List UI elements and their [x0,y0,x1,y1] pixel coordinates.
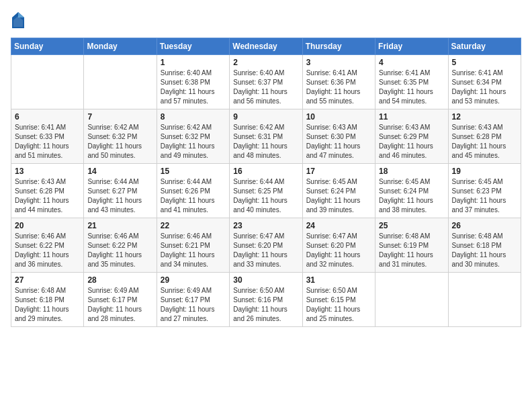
day-info: Sunrise: 6:42 AM Sunset: 6:31 PM Dayligh… [233,123,298,161]
day-number: 8 [161,112,226,122]
day-number: 4 [379,58,444,67]
day-info: Sunrise: 6:44 AM Sunset: 6:27 PM Dayligh… [87,177,152,215]
day-info: Sunrise: 6:46 AM Sunset: 6:21 PM Dayligh… [161,232,226,269]
weekday-header: Wednesday [230,38,302,55]
day-info: Sunrise: 6:42 AM Sunset: 6:32 PM Dayligh… [87,123,152,161]
day-info: Sunrise: 6:48 AM Sunset: 6:19 PM Dayligh… [379,232,444,269]
calendar-week-row: 20Sunrise: 6:46 AM Sunset: 6:22 PM Dayli… [11,218,521,273]
calendar-cell [11,55,84,109]
calendar-cell: 21Sunrise: 6:46 AM Sunset: 6:22 PM Dayli… [84,218,157,273]
calendar-week-row: 27Sunrise: 6:48 AM Sunset: 6:18 PM Dayli… [11,273,521,327]
day-number: 10 [306,112,371,122]
weekday-header: Thursday [302,38,375,55]
day-number: 6 [15,112,80,122]
calendar-cell: 18Sunrise: 6:45 AM Sunset: 6:24 PM Dayli… [375,164,448,218]
day-number: 20 [15,221,80,230]
day-info: Sunrise: 6:43 AM Sunset: 6:28 PM Dayligh… [15,177,80,215]
page-header [11,11,521,30]
calendar-cell: 9Sunrise: 6:42 AM Sunset: 6:31 PM Daylig… [230,109,302,164]
calendar-cell: 22Sunrise: 6:46 AM Sunset: 6:21 PM Dayli… [157,218,229,273]
day-info: Sunrise: 6:43 AM Sunset: 6:30 PM Dayligh… [306,123,371,161]
weekday-header: Tuesday [157,38,229,55]
day-info: Sunrise: 6:44 AM Sunset: 6:26 PM Dayligh… [161,177,226,215]
day-number: 21 [87,221,152,230]
day-number: 25 [379,221,444,230]
day-number: 12 [452,112,517,122]
day-number: 26 [452,221,517,230]
day-info: Sunrise: 6:45 AM Sunset: 6:23 PM Dayligh… [452,177,517,215]
calendar-cell: 3Sunrise: 6:41 AM Sunset: 6:36 PM Daylig… [302,55,375,109]
calendar-cell: 12Sunrise: 6:43 AM Sunset: 6:28 PM Dayli… [448,109,521,164]
day-info: Sunrise: 6:40 AM Sunset: 6:37 PM Dayligh… [233,68,298,106]
day-info: Sunrise: 6:49 AM Sunset: 6:17 PM Dayligh… [87,286,152,324]
day-info: Sunrise: 6:49 AM Sunset: 6:17 PM Dayligh… [161,286,226,324]
weekday-header: Sunday [11,38,84,55]
calendar-cell: 27Sunrise: 6:48 AM Sunset: 6:18 PM Dayli… [11,273,84,327]
weekday-header: Monday [84,38,157,55]
day-number: 9 [233,112,298,122]
calendar-week-row: 13Sunrise: 6:43 AM Sunset: 6:28 PM Dayli… [11,164,521,218]
day-info: Sunrise: 6:45 AM Sunset: 6:24 PM Dayligh… [306,177,371,215]
calendar-week-row: 6Sunrise: 6:41 AM Sunset: 6:33 PM Daylig… [11,109,521,164]
day-info: Sunrise: 6:43 AM Sunset: 6:29 PM Dayligh… [379,123,444,161]
calendar-cell: 11Sunrise: 6:43 AM Sunset: 6:29 PM Dayli… [375,109,448,164]
calendar-cell: 13Sunrise: 6:43 AM Sunset: 6:28 PM Dayli… [11,164,84,218]
calendar-cell: 15Sunrise: 6:44 AM Sunset: 6:26 PM Dayli… [157,164,229,218]
calendar-cell: 28Sunrise: 6:49 AM Sunset: 6:17 PM Dayli… [84,273,157,327]
weekday-header: Saturday [448,38,521,55]
calendar-cell: 10Sunrise: 6:43 AM Sunset: 6:30 PM Dayli… [302,109,375,164]
weekday-row: SundayMondayTuesdayWednesdayThursdayFrid… [11,38,521,55]
calendar-cell: 4Sunrise: 6:41 AM Sunset: 6:35 PM Daylig… [375,55,448,109]
day-number: 28 [87,275,152,285]
day-info: Sunrise: 6:41 AM Sunset: 6:34 PM Dayligh… [452,68,517,106]
calendar-cell: 24Sunrise: 6:47 AM Sunset: 6:20 PM Dayli… [302,218,375,273]
day-info: Sunrise: 6:41 AM Sunset: 6:33 PM Dayligh… [15,123,80,161]
day-info: Sunrise: 6:42 AM Sunset: 6:32 PM Dayligh… [161,123,226,161]
day-info: Sunrise: 6:40 AM Sunset: 6:38 PM Dayligh… [161,68,226,106]
calendar-table: SundayMondayTuesdayWednesdayThursdayFrid… [11,38,521,327]
day-number: 7 [87,112,152,122]
day-number: 30 [233,275,298,285]
day-number: 24 [306,221,371,230]
day-info: Sunrise: 6:50 AM Sunset: 6:16 PM Dayligh… [233,286,298,324]
calendar-cell: 29Sunrise: 6:49 AM Sunset: 6:17 PM Dayli… [157,273,229,327]
day-info: Sunrise: 6:45 AM Sunset: 6:24 PM Dayligh… [379,177,444,215]
calendar-cell: 20Sunrise: 6:46 AM Sunset: 6:22 PM Dayli… [11,218,84,273]
calendar-cell: 30Sunrise: 6:50 AM Sunset: 6:16 PM Dayli… [230,273,302,327]
calendar-cell: 2Sunrise: 6:40 AM Sunset: 6:37 PM Daylig… [230,55,302,109]
calendar-cell: 23Sunrise: 6:47 AM Sunset: 6:20 PM Dayli… [230,218,302,273]
day-number: 27 [15,275,80,285]
calendar-week-row: 1Sunrise: 6:40 AM Sunset: 6:38 PM Daylig… [11,55,521,109]
calendar-cell: 31Sunrise: 6:50 AM Sunset: 6:15 PM Dayli… [302,273,375,327]
day-number: 5 [452,58,517,67]
day-info: Sunrise: 6:47 AM Sunset: 6:20 PM Dayligh… [306,232,371,269]
calendar-cell: 19Sunrise: 6:45 AM Sunset: 6:23 PM Dayli… [448,164,521,218]
calendar-cell [375,273,448,327]
calendar-cell: 8Sunrise: 6:42 AM Sunset: 6:32 PM Daylig… [157,109,229,164]
calendar-cell: 16Sunrise: 6:44 AM Sunset: 6:25 PM Dayli… [230,164,302,218]
calendar-cell: 7Sunrise: 6:42 AM Sunset: 6:32 PM Daylig… [84,109,157,164]
day-info: Sunrise: 6:48 AM Sunset: 6:18 PM Dayligh… [15,286,80,324]
day-info: Sunrise: 6:46 AM Sunset: 6:22 PM Dayligh… [15,232,80,269]
calendar-body: 1Sunrise: 6:40 AM Sunset: 6:38 PM Daylig… [11,55,521,327]
calendar-cell: 25Sunrise: 6:48 AM Sunset: 6:19 PM Dayli… [375,218,448,273]
day-number: 31 [306,275,371,285]
day-info: Sunrise: 6:48 AM Sunset: 6:18 PM Dayligh… [452,232,517,269]
calendar-cell: 14Sunrise: 6:44 AM Sunset: 6:27 PM Dayli… [84,164,157,218]
day-info: Sunrise: 6:43 AM Sunset: 6:28 PM Dayligh… [452,123,517,161]
logo [11,11,28,30]
day-info: Sunrise: 6:50 AM Sunset: 6:15 PM Dayligh… [306,286,371,324]
calendar-cell: 6Sunrise: 6:41 AM Sunset: 6:33 PM Daylig… [11,109,84,164]
day-info: Sunrise: 6:46 AM Sunset: 6:22 PM Dayligh… [87,232,152,269]
day-number: 18 [379,167,444,176]
day-info: Sunrise: 6:47 AM Sunset: 6:20 PM Dayligh… [233,232,298,269]
calendar-cell: 1Sunrise: 6:40 AM Sunset: 6:38 PM Daylig… [157,55,229,109]
day-number: 13 [15,167,80,176]
calendar-cell: 26Sunrise: 6:48 AM Sunset: 6:18 PM Dayli… [448,218,521,273]
day-number: 17 [306,167,371,176]
day-number: 23 [233,221,298,230]
calendar-cell [448,273,521,327]
day-info: Sunrise: 6:41 AM Sunset: 6:35 PM Dayligh… [379,68,444,106]
day-number: 16 [233,167,298,176]
day-number: 14 [87,167,152,176]
